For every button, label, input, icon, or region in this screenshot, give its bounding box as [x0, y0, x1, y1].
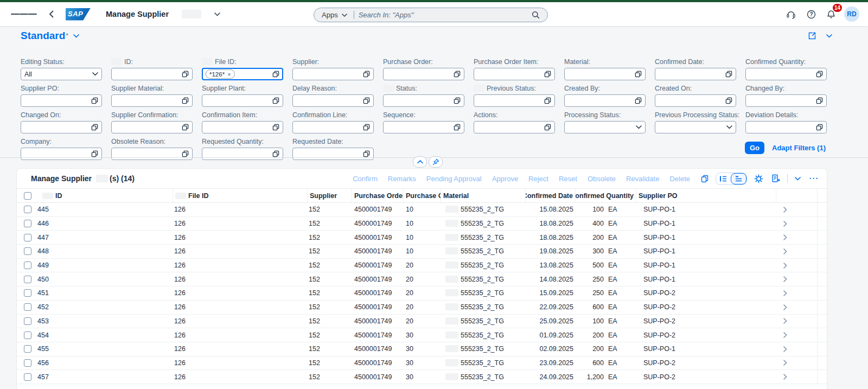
filter-value-help-input[interactable] [745, 68, 827, 80]
filter-value-help-input[interactable] [292, 121, 374, 133]
filter-input[interactable] [24, 150, 91, 158]
row-navigate-icon[interactable] [776, 231, 818, 244]
filter-input[interactable] [749, 71, 816, 78]
value-help-icon[interactable] [91, 97, 98, 104]
value-help-icon[interactable] [182, 71, 189, 78]
filter-input[interactable] [749, 97, 816, 105]
table-row[interactable]: 453126152450000174920555235_2_TG25.09.20… [17, 315, 827, 329]
table-row[interactable]: 446126152450000174910555235_2_TG18.08.20… [17, 217, 827, 231]
row-navigate-icon[interactable] [776, 272, 818, 286]
approve-button[interactable]: Approve [492, 175, 518, 183]
value-help-icon[interactable] [725, 71, 732, 78]
value-help-icon[interactable] [272, 124, 279, 131]
value-help-icon[interactable] [544, 71, 551, 78]
filter-value-help-input[interactable] [111, 148, 193, 160]
group-collapse-icon[interactable] [731, 173, 746, 184]
value-help-icon[interactable] [544, 124, 551, 131]
filter-value-help-input[interactable] [655, 94, 736, 107]
value-help-icon[interactable] [454, 124, 461, 131]
go-button[interactable]: Go [745, 142, 764, 154]
filter-value-help-input[interactable] [745, 121, 827, 133]
column-header-supplier_po[interactable]: Supplier PO [636, 189, 776, 202]
filter-input[interactable] [477, 71, 544, 78]
value-help-icon[interactable] [725, 97, 732, 104]
reset-button[interactable]: Reset [559, 175, 577, 183]
filter-value-help-input[interactable] [564, 68, 646, 80]
value-help-icon[interactable] [363, 71, 370, 78]
filter-input[interactable] [24, 97, 91, 105]
row-checkbox[interactable] [24, 220, 31, 227]
row-checkbox[interactable] [24, 276, 31, 283]
table-row[interactable]: 448126152450000174910555235_2_TG19.08.20… [17, 245, 827, 259]
delete-button[interactable]: Delete [669, 175, 690, 183]
copy-icon[interactable] [700, 174, 710, 184]
collapse-header-button[interactable] [413, 156, 427, 168]
export-icon[interactable] [770, 173, 781, 184]
filter-input[interactable] [115, 124, 182, 131]
row-checkbox[interactable] [24, 317, 31, 325]
search-input[interactable] [359, 11, 529, 19]
column-header-material[interactable]: Material [441, 189, 526, 202]
sap-logo[interactable]: SAP [66, 8, 91, 21]
export-chevron-down-icon[interactable] [794, 176, 802, 182]
filter-token[interactable]: *126*× [206, 69, 235, 79]
row-navigate-icon[interactable] [776, 286, 818, 300]
pending-approval-button[interactable]: Pending Approval [426, 175, 482, 183]
table-row[interactable]: 452126152450000174920555235_2_TG22.09.20… [17, 301, 827, 315]
row-navigate-icon[interactable] [776, 245, 818, 258]
filter-value-help-input[interactable] [111, 121, 193, 133]
filter-value-help-input[interactable] [474, 121, 555, 133]
filter-value-help-input[interactable] [292, 94, 374, 107]
row-checkbox[interactable] [24, 234, 31, 241]
value-help-icon[interactable] [816, 71, 823, 78]
row-navigate-icon[interactable] [776, 301, 818, 314]
filter-value-help-input[interactable] [21, 121, 102, 133]
share-icon[interactable] [806, 29, 819, 42]
row-checkbox[interactable] [24, 289, 31, 297]
filter-value-help-input[interactable] [383, 94, 464, 107]
row-checkbox[interactable] [24, 303, 31, 311]
filter-input[interactable] [659, 71, 725, 78]
row-checkbox[interactable] [24, 359, 31, 367]
filter-value-help-input[interactable] [474, 94, 555, 107]
value-help-icon[interactable] [272, 97, 279, 104]
value-help-icon[interactable] [182, 97, 189, 104]
filter-value-help-input[interactable] [202, 94, 283, 107]
filter-input[interactable] [296, 124, 363, 131]
table-row[interactable]: 450126152450000174920555235_2_TG14.08.20… [17, 272, 827, 286]
filter-value-help-input[interactable] [383, 68, 464, 80]
value-help-icon[interactable] [363, 150, 370, 157]
column-header-id[interactable]: ID [36, 189, 173, 202]
filter-value-help-input[interactable] [21, 94, 102, 107]
filter-value-help-input[interactable] [745, 94, 827, 107]
table-row[interactable]: 447126152450000174910555235_2_TG18.08.20… [17, 231, 827, 245]
filter-select[interactable] [564, 121, 646, 133]
filter-input[interactable] [477, 124, 544, 131]
settings-icon[interactable] [753, 173, 764, 184]
variant-title[interactable]: Standard [21, 30, 65, 42]
row-checkbox[interactable] [24, 345, 31, 353]
value-help-icon[interactable] [182, 150, 189, 157]
filter-value-help-input[interactable] [292, 68, 374, 80]
column-header-po[interactable]: Purchase Order [352, 189, 404, 202]
table-row[interactable]: 457126152450000174930555235_2_TG24.09.20… [17, 370, 827, 384]
table-row[interactable]: 454126152450000174930555235_2_TG01.09.20… [17, 328, 827, 342]
filter-input[interactable] [296, 97, 363, 105]
header-chevron-down-icon[interactable] [824, 32, 834, 40]
column-header-po_item[interactable]: Purchase Ord... [404, 189, 441, 202]
value-help-icon[interactable] [272, 71, 279, 78]
filter-input[interactable] [296, 150, 363, 158]
filter-value-help-input[interactable] [564, 94, 646, 107]
filter-input[interactable] [387, 71, 454, 78]
filter-value-help-input[interactable] [111, 94, 193, 107]
value-help-icon[interactable] [91, 150, 98, 157]
variant-chevron-down-icon[interactable] [73, 34, 79, 38]
menu-icon[interactable] [9, 10, 39, 18]
filter-input[interactable] [115, 150, 182, 158]
headset-icon[interactable] [784, 8, 798, 21]
filter-input[interactable] [206, 124, 272, 131]
filter-value-help-input[interactable] [474, 68, 555, 80]
value-help-icon[interactable] [454, 71, 461, 78]
filter-input[interactable] [749, 124, 816, 131]
row-navigate-icon[interactable] [776, 315, 818, 328]
